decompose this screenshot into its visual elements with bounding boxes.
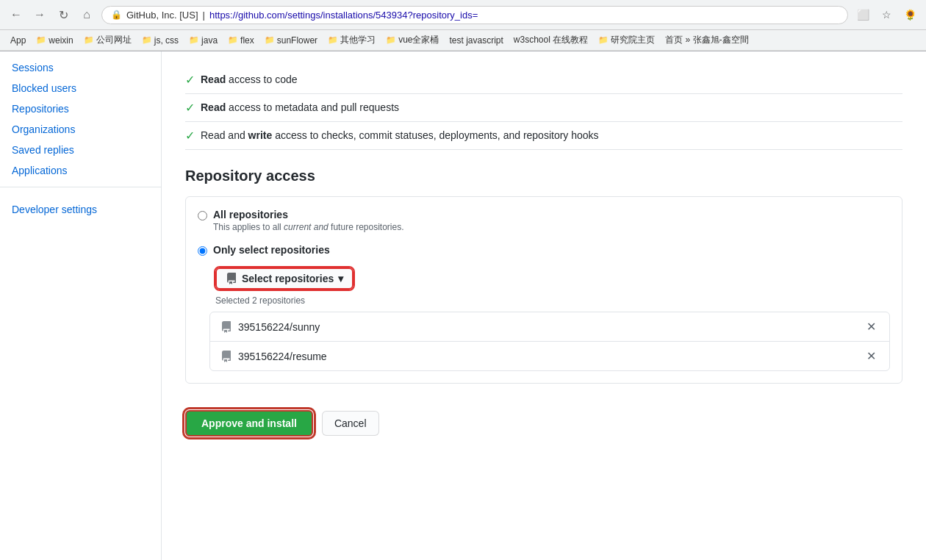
permission-read-code: ✓ Read access to code (185, 66, 902, 94)
all-repos-sublabel: This applies to all current and future r… (213, 222, 404, 232)
repo-icon-resume (220, 351, 232, 362)
repo-name-resume: 395156224/resume (238, 351, 327, 362)
sidebar-item-applications[interactable]: Applications (0, 160, 161, 181)
sidebar-item-developer-settings[interactable]: Developer settings (0, 199, 161, 220)
bookmark-research[interactable]: 📁研究院主页 (594, 32, 659, 48)
select-repos-label[interactable]: Only select repositories (213, 244, 330, 256)
remove-sunny-button[interactable]: ✕ (864, 320, 879, 334)
address-domain: GitHub, Inc. [US] (126, 10, 198, 21)
sidebar-item-blocked-users[interactable]: Blocked users (0, 78, 161, 98)
select-repos-btn-label: Select repositories (242, 273, 334, 284)
repo-icon-sunny (220, 321, 232, 333)
select-repos-option: Only select repositories (198, 244, 890, 256)
sidebar-divider (0, 187, 161, 187)
bookmark-jscss[interactable]: 📁js, css (137, 34, 183, 47)
bookmark-java[interactable]: 📁java (184, 34, 222, 47)
all-repos-radio[interactable] (198, 211, 207, 220)
reload-button[interactable]: ↻ (53, 4, 73, 25)
cast-button[interactable]: ⬜ (853, 4, 873, 25)
repo-access-box: All repositories This applies to all cur… (185, 196, 902, 384)
bookmark-company[interactable]: 📁公司网址 (79, 32, 136, 48)
repo-item-sunny: 395156224/sunny ✕ (210, 312, 889, 342)
sidebar-item-organizations[interactable]: Organizations (0, 119, 161, 140)
address-bar[interactable]: 🔒 GitHub, Inc. [US] | https://github.com… (101, 6, 848, 24)
home-button[interactable]: ⌂ (76, 4, 97, 25)
bookmarks-bar: App 📁weixin 📁公司网址 📁js, css 📁java 📁flex 📁… (0, 30, 926, 51)
select-repositories-button[interactable]: Select repositories ▾ (215, 268, 353, 290)
address-url: https://github.com/settings/installation… (209, 10, 478, 21)
browser-chrome: ← → ↻ ⌂ 🔒 GitHub, Inc. [US] | https://gi… (0, 0, 926, 51)
repo-btn-icon (226, 273, 237, 284)
lock-icon: 🔒 (111, 10, 122, 20)
sidebar-item-repositories[interactable]: Repositories (0, 98, 161, 119)
bookmark-vue[interactable]: 📁vue全家桶 (381, 32, 443, 48)
address-sep: | (203, 10, 205, 21)
bookmark-weixin[interactable]: 📁weixin (32, 34, 77, 47)
nav-icons: ← → ↻ ⌂ (6, 4, 97, 25)
select-repos-radio[interactable] (198, 246, 207, 256)
repository-list: 395156224/sunny ✕ 395156224/resume ✕ (209, 312, 890, 371)
select-repos-dropdown-arrow: ▾ (338, 273, 343, 284)
browser-toolbar: ← → ↻ ⌂ 🔒 GitHub, Inc. [US] | https://gi… (0, 0, 926, 30)
approve-install-button[interactable]: Approve and install (185, 410, 313, 437)
action-buttons: Approve and install Cancel (185, 398, 902, 448)
sunflower-button[interactable]: 🌻 (900, 4, 920, 25)
sidebar-item-saved-replies[interactable]: Saved replies (0, 140, 161, 160)
sidebar: Sessions Blocked users Repositories Orga… (0, 51, 162, 560)
selected-count: Selected 2 repositories (215, 295, 890, 306)
forward-button[interactable]: → (29, 4, 50, 25)
bookmark-zhang[interactable]: 首页 » 张鑫旭-鑫空間 (661, 32, 753, 48)
permission-read-metadata: ✓ Read access to metadata and pull reque… (185, 94, 902, 122)
bookmark-flex[interactable]: 📁flex (223, 34, 259, 47)
page-layout: Sessions Blocked users Repositories Orga… (0, 51, 926, 560)
bookmark-sunflower[interactable]: 📁sunFlower (260, 34, 322, 47)
cancel-button[interactable]: Cancel (322, 411, 379, 436)
repo-item-resume: 395156224/resume ✕ (210, 342, 889, 370)
check-icon-3: ✓ (185, 129, 195, 143)
bookmark-w3school[interactable]: w3school 在线教程 (509, 32, 592, 48)
bookmark-app[interactable]: App (6, 34, 30, 47)
bookmark-testjs[interactable]: test javascript (445, 34, 507, 47)
sidebar-item-sessions[interactable]: Sessions (0, 57, 161, 78)
check-icon-2: ✓ (185, 101, 195, 115)
repo-name-sunny: 395156224/sunny (238, 321, 320, 333)
all-repos-option: All repositories This applies to all cur… (198, 209, 890, 232)
bookmark-other[interactable]: 📁其他学习 (323, 32, 380, 48)
browser-actions: ⬜ ☆ 🌻 (853, 4, 920, 25)
all-repos-label[interactable]: All repositories (213, 209, 288, 220)
check-icon-1: ✓ (185, 73, 195, 87)
remove-resume-button[interactable]: ✕ (864, 349, 879, 363)
back-button[interactable]: ← (6, 4, 26, 25)
repo-access-title: Repository access (185, 168, 902, 184)
main-content: ✓ Read access to code ✓ Read access to m… (162, 51, 926, 560)
permission-write-checks: ✓ Read and write access to checks, commi… (185, 122, 902, 150)
star-button[interactable]: ☆ (876, 4, 897, 25)
